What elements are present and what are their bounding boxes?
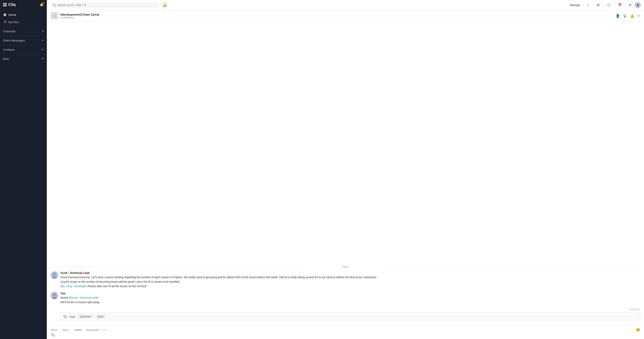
svg-point-0 (53, 14, 55, 16)
channel-info: #development@Team Zylcal 4 participants (60, 13, 99, 19)
sidebar-divider-4 (0, 54, 47, 54)
channel-header-actions: 👤 📡 🔔 ✕ (616, 14, 640, 18)
message-group-you: You Noted @Scott - Technical Lead We'll … (51, 292, 640, 305)
topbar-divider2: | (593, 3, 594, 7)
avatar-placeholder: 👤 (636, 4, 639, 6)
settings-button[interactable]: ⚙ (629, 3, 632, 7)
add-dm-button[interactable]: + (42, 39, 44, 42)
at-icon: @ (596, 3, 600, 7)
svg-point-1 (54, 15, 56, 17)
search-input[interactable] (58, 3, 156, 7)
search-icon: 🔍 (53, 3, 56, 7)
channels-label: Channels (3, 30, 16, 33)
direct-messages-label: Direct Messages (3, 39, 25, 42)
manage-button[interactable]: Manage (570, 3, 580, 7)
close-channel-button[interactable]: ✕ (637, 14, 640, 18)
sidebar-divider-3 (0, 45, 47, 45)
you-sender-name: You (60, 292, 640, 295)
topbar-notification-button[interactable]: 🔔 (162, 2, 168, 8)
scott-avatar (51, 271, 58, 279)
you-msg-line1: Noted @Scott - Technical Lead (60, 296, 640, 300)
star-button[interactable]: ☆ (587, 3, 590, 7)
at-button[interactable]: @ (596, 3, 600, 7)
attachment-tag2[interactable]: zylcal (96, 315, 105, 319)
date-separator-text: Today (342, 265, 349, 268)
main-content: 🔍 🔔 Manage | ☆ | @ | 🕐 | 📅 | (47, 0, 644, 339)
scott-sender-name: Scott - Technical Lead (60, 271, 640, 275)
channel-bell-icon: 🔔 (630, 14, 634, 18)
clock-button[interactable]: 🕐 (607, 3, 611, 7)
attachment-row: 📎 /bugs zylkerteam zylcal (60, 312, 640, 321)
svg-point-6 (53, 293, 56, 296)
attachment-tag1[interactable]: zylkerteam (78, 315, 93, 319)
mention-li-jung[interactable]: @Li Jung - Developer (60, 285, 87, 288)
you-msg-line2: We'll fix the UI issues right away. (60, 300, 640, 304)
compose-formatting-toolbar: *Bold* _Italics_ ~Strike~ !Blockquote • … (51, 327, 640, 333)
user-avatar[interactable]: 👤 (635, 2, 641, 8)
scott-msg-line1: Good morning everyone. Let's have a quic… (60, 275, 640, 279)
close-icon: ✕ (637, 14, 640, 18)
sidebar-item-home[interactable]: 🏠 Home (0, 11, 47, 18)
add-bot-button[interactable]: + (42, 57, 44, 60)
add-member-button[interactable]: 👤 (616, 14, 620, 18)
actions-button[interactable]: Actions ∨ (629, 308, 640, 311)
blockquote-format-button[interactable]: !Blockquote (86, 329, 99, 332)
topbar-divider5: | (625, 3, 626, 7)
emoji-button[interactable]: 😊 (636, 328, 640, 332)
paperclip-icon: 📎 (51, 333, 55, 337)
add-member-icon: 👤 (616, 14, 620, 18)
topbar-divider: | (583, 3, 584, 7)
broadcast-button[interactable]: 📡 (623, 14, 627, 18)
add-channel-button[interactable]: + (42, 29, 44, 33)
grid-icon[interactable] (3, 3, 7, 6)
clock-icon: 🕐 (607, 3, 611, 7)
sidebar-item-label-pins: My Pins (8, 20, 19, 24)
strike-format-button[interactable]: ~Strike~ (73, 329, 83, 332)
sidebar-item-contacts[interactable]: Contacts + (0, 46, 47, 53)
you-message-content: You Noted @Scott - Technical Lead We'll … (60, 292, 640, 305)
app-name: Cliq (8, 2, 16, 7)
sidebar-item-bots[interactable]: Bots + (0, 55, 47, 62)
you-avatar (51, 292, 58, 299)
channel-notification-button[interactable]: 🔔 (630, 14, 634, 18)
sidebar-divider-1 (0, 26, 47, 27)
calendar-icon: 📅 (618, 3, 622, 7)
channel-name: #development@Team Zylcal (60, 13, 99, 16)
pins-icon: 📌 (3, 20, 7, 24)
sidebar-item-channels[interactable]: Channels + (0, 27, 47, 35)
compose-area: *Bold* _Italics_ ~Strike~ !Blockquote • … (47, 325, 644, 339)
sidebar-nav: 🏠 Home 📌 My Pins Channels + Direct Messa… (0, 9, 47, 64)
italic-format-button[interactable]: _Italics_ (61, 329, 70, 332)
search-bar[interactable]: 🔍 (50, 2, 159, 8)
notif-badge (43, 2, 44, 3)
sidebar: Cliq 🔔 🏠 Home 📌 My Pins Channels + (0, 0, 47, 339)
notification-button[interactable]: 🔔 (40, 3, 44, 6)
gear-icon: ⚙ (629, 3, 632, 7)
scott-msg-line2: A quick recap on the number of recurring… (60, 280, 640, 284)
home-icon: 🏠 (3, 13, 7, 16)
sidebar-item-mypins[interactable]: 📌 My Pins (0, 18, 47, 26)
attach-icon: 📎 (63, 315, 67, 319)
scott-msg-line3: @Li Jung - Developer Please take care of… (60, 284, 640, 288)
channel-avatar (51, 12, 58, 19)
date-separator: Today (51, 265, 640, 268)
calendar-button[interactable]: 📅 (618, 3, 622, 7)
contacts-label: Contacts (3, 48, 15, 51)
more-format-button[interactable]: • • • (102, 329, 106, 332)
mention-scott[interactable]: @Scott - Technical Lead (68, 296, 98, 299)
bold-format-button[interactable]: *Bold* (51, 329, 58, 332)
topbar-divider4: | (614, 3, 615, 7)
messages-area[interactable]: Today Scott - Technical Lead Good mornin… (47, 22, 644, 325)
attachment-section: Actions ∨ 📎 /bugs zylkerteam zylcal (60, 308, 640, 321)
topbar-divider3: | (603, 3, 604, 7)
attach-file-button[interactable]: 📎 (51, 333, 55, 337)
sidebar-item-direct-messages[interactable]: Direct Messages + (0, 37, 47, 44)
add-contact-button[interactable]: + (42, 48, 44, 51)
topbar: 🔍 🔔 Manage | ☆ | @ | 🕐 | 📅 | (47, 0, 644, 10)
scott-msg-line3-text: Please take care of all the issues on th… (87, 285, 146, 288)
broadcast-icon: 📡 (623, 14, 627, 18)
message-group-scott: Scott - Technical Lead Good morning ever… (51, 271, 640, 289)
attachment-command: /bugs (69, 315, 76, 318)
sidebar-item-label-home: Home (8, 13, 16, 16)
actions-row: Actions ∨ (60, 308, 640, 311)
